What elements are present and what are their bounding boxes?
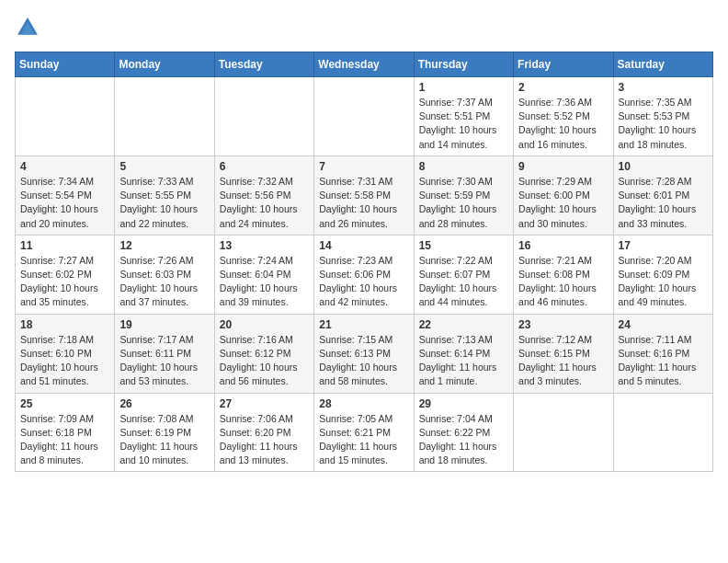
calendar-cell: 29Sunrise: 7:04 AM Sunset: 6:22 PM Dayli… — [414, 393, 513, 472]
day-info: Sunrise: 7:04 AM Sunset: 6:22 PM Dayligh… — [419, 412, 508, 468]
calendar-cell: 3Sunrise: 7:35 AM Sunset: 5:53 PM Daylig… — [613, 77, 712, 156]
calendar-cell: 26Sunrise: 7:08 AM Sunset: 6:19 PM Dayli… — [115, 393, 214, 472]
day-number: 3 — [619, 81, 708, 94]
day-info: Sunrise: 7:32 AM Sunset: 5:56 PM Dayligh… — [220, 175, 309, 231]
day-number: 22 — [419, 318, 508, 331]
calendar-cell: 6Sunrise: 7:32 AM Sunset: 5:56 PM Daylig… — [214, 155, 313, 235]
day-info: Sunrise: 7:06 AM Sunset: 6:20 PM Dayligh… — [220, 412, 309, 468]
calendar-cell — [16, 77, 115, 156]
calendar-cell: 22Sunrise: 7:13 AM Sunset: 6:14 PM Dayli… — [414, 314, 513, 393]
logo-icon — [15, 15, 40, 40]
calendar-cell: 8Sunrise: 7:30 AM Sunset: 5:59 PM Daylig… — [414, 155, 513, 235]
day-number: 18 — [20, 318, 109, 331]
day-info: Sunrise: 7:26 AM Sunset: 6:03 PM Dayligh… — [119, 254, 209, 310]
calendar-week-5: 25Sunrise: 7:09 AM Sunset: 6:18 PM Dayli… — [16, 393, 713, 472]
day-info: Sunrise: 7:37 AM Sunset: 5:51 PM Dayligh… — [419, 96, 508, 152]
calendar-cell — [214, 77, 313, 156]
calendar-cell: 1Sunrise: 7:37 AM Sunset: 5:51 PM Daylig… — [414, 77, 513, 156]
calendar-header-friday: Friday — [514, 52, 613, 77]
day-number: 4 — [20, 160, 109, 173]
calendar-cell: 20Sunrise: 7:16 AM Sunset: 6:12 PM Dayli… — [214, 314, 313, 393]
calendar-cell: 21Sunrise: 7:15 AM Sunset: 6:13 PM Dayli… — [314, 314, 414, 393]
calendar-cell: 18Sunrise: 7:18 AM Sunset: 6:10 PM Dayli… — [16, 314, 115, 393]
calendar-cell — [115, 77, 214, 156]
day-info: Sunrise: 7:15 AM Sunset: 6:13 PM Dayligh… — [319, 333, 408, 389]
day-number: 12 — [119, 239, 209, 252]
calendar-header-row: SundayMondayTuesdayWednesdayThursdayFrid… — [16, 52, 713, 77]
day-info: Sunrise: 7:05 AM Sunset: 6:21 PM Dayligh… — [319, 412, 408, 468]
day-info: Sunrise: 7:34 AM Sunset: 5:54 PM Dayligh… — [20, 175, 109, 231]
day-number: 26 — [119, 397, 209, 410]
calendar-header-saturday: Saturday — [613, 52, 712, 77]
calendar-cell: 7Sunrise: 7:31 AM Sunset: 5:58 PM Daylig… — [314, 155, 414, 235]
calendar-cell: 17Sunrise: 7:20 AM Sunset: 6:09 PM Dayli… — [613, 235, 712, 314]
day-number: 16 — [518, 239, 608, 252]
day-info: Sunrise: 7:30 AM Sunset: 5:59 PM Dayligh… — [419, 175, 508, 231]
day-number: 14 — [319, 239, 408, 252]
calendar-cell: 10Sunrise: 7:28 AM Sunset: 6:01 PM Dayli… — [613, 155, 712, 235]
calendar-cell: 5Sunrise: 7:33 AM Sunset: 5:55 PM Daylig… — [115, 155, 214, 235]
day-info: Sunrise: 7:17 AM Sunset: 6:11 PM Dayligh… — [119, 333, 209, 389]
day-number: 29 — [419, 397, 508, 410]
calendar-cell: 2Sunrise: 7:36 AM Sunset: 5:52 PM Daylig… — [514, 77, 613, 156]
day-info: Sunrise: 7:33 AM Sunset: 5:55 PM Dayligh… — [119, 175, 209, 231]
day-info: Sunrise: 7:13 AM Sunset: 6:14 PM Dayligh… — [419, 333, 508, 389]
page-header — [15, 15, 713, 40]
day-number: 10 — [619, 160, 708, 173]
day-info: Sunrise: 7:24 AM Sunset: 6:04 PM Dayligh… — [220, 254, 309, 310]
day-info: Sunrise: 7:09 AM Sunset: 6:18 PM Dayligh… — [20, 412, 109, 468]
day-info: Sunrise: 7:29 AM Sunset: 6:00 PM Dayligh… — [518, 175, 608, 231]
calendar-week-3: 11Sunrise: 7:27 AM Sunset: 6:02 PM Dayli… — [16, 235, 713, 314]
day-number: 7 — [319, 160, 408, 173]
day-info: Sunrise: 7:35 AM Sunset: 5:53 PM Dayligh… — [619, 96, 708, 152]
calendar-cell: 12Sunrise: 7:26 AM Sunset: 6:03 PM Dayli… — [115, 235, 214, 314]
day-info: Sunrise: 7:27 AM Sunset: 6:02 PM Dayligh… — [20, 254, 109, 310]
day-info: Sunrise: 7:31 AM Sunset: 5:58 PM Dayligh… — [319, 175, 408, 231]
calendar-cell: 11Sunrise: 7:27 AM Sunset: 6:02 PM Dayli… — [16, 235, 115, 314]
calendar-header-monday: Monday — [115, 52, 214, 77]
day-number: 17 — [619, 239, 708, 252]
day-info: Sunrise: 7:18 AM Sunset: 6:10 PM Dayligh… — [20, 333, 109, 389]
calendar-header-tuesday: Tuesday — [214, 52, 313, 77]
calendar-week-4: 18Sunrise: 7:18 AM Sunset: 6:10 PM Dayli… — [16, 314, 713, 393]
day-number: 19 — [119, 318, 209, 331]
calendar-cell: 25Sunrise: 7:09 AM Sunset: 6:18 PM Dayli… — [16, 393, 115, 472]
day-info: Sunrise: 7:22 AM Sunset: 6:07 PM Dayligh… — [419, 254, 508, 310]
calendar-cell: 15Sunrise: 7:22 AM Sunset: 6:07 PM Dayli… — [414, 235, 513, 314]
calendar-cell — [514, 393, 613, 472]
calendar-week-2: 4Sunrise: 7:34 AM Sunset: 5:54 PM Daylig… — [16, 155, 713, 235]
calendar-cell: 9Sunrise: 7:29 AM Sunset: 6:00 PM Daylig… — [514, 155, 613, 235]
calendar-cell: 16Sunrise: 7:21 AM Sunset: 6:08 PM Dayli… — [514, 235, 613, 314]
day-number: 2 — [518, 81, 608, 94]
day-number: 20 — [220, 318, 309, 331]
calendar-cell: 28Sunrise: 7:05 AM Sunset: 6:21 PM Dayli… — [314, 393, 414, 472]
calendar-cell: 4Sunrise: 7:34 AM Sunset: 5:54 PM Daylig… — [16, 155, 115, 235]
calendar-cell: 27Sunrise: 7:06 AM Sunset: 6:20 PM Dayli… — [214, 393, 313, 472]
day-number: 8 — [419, 160, 508, 173]
day-number: 23 — [518, 318, 608, 331]
day-number: 24 — [619, 318, 708, 331]
calendar-cell: 13Sunrise: 7:24 AM Sunset: 6:04 PM Dayli… — [214, 235, 313, 314]
calendar-header-thursday: Thursday — [414, 52, 513, 77]
day-info: Sunrise: 7:36 AM Sunset: 5:52 PM Dayligh… — [518, 96, 608, 152]
day-number: 13 — [220, 239, 309, 252]
calendar-cell — [314, 77, 414, 156]
calendar-cell: 14Sunrise: 7:23 AM Sunset: 6:06 PM Dayli… — [314, 235, 414, 314]
day-number: 5 — [119, 160, 209, 173]
logo — [15, 15, 44, 40]
day-info: Sunrise: 7:28 AM Sunset: 6:01 PM Dayligh… — [619, 175, 708, 231]
day-number: 15 — [419, 239, 508, 252]
day-info: Sunrise: 7:16 AM Sunset: 6:12 PM Dayligh… — [220, 333, 309, 389]
calendar-header-sunday: Sunday — [16, 52, 115, 77]
day-info: Sunrise: 7:20 AM Sunset: 6:09 PM Dayligh… — [619, 254, 708, 310]
calendar-cell: 19Sunrise: 7:17 AM Sunset: 6:11 PM Dayli… — [115, 314, 214, 393]
day-info: Sunrise: 7:11 AM Sunset: 6:16 PM Dayligh… — [619, 333, 708, 389]
day-info: Sunrise: 7:08 AM Sunset: 6:19 PM Dayligh… — [119, 412, 209, 468]
day-number: 27 — [220, 397, 309, 410]
day-number: 21 — [319, 318, 408, 331]
day-info: Sunrise: 7:23 AM Sunset: 6:06 PM Dayligh… — [319, 254, 408, 310]
calendar-week-1: 1Sunrise: 7:37 AM Sunset: 5:51 PM Daylig… — [16, 77, 713, 156]
day-number: 11 — [20, 239, 109, 252]
day-info: Sunrise: 7:21 AM Sunset: 6:08 PM Dayligh… — [518, 254, 608, 310]
calendar-table: SundayMondayTuesdayWednesdayThursdayFrid… — [15, 52, 713, 472]
